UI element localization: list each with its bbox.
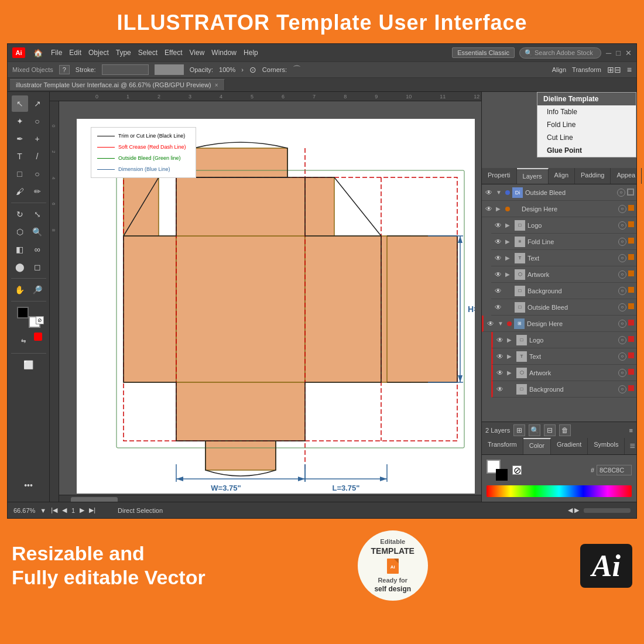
question-mark-1[interactable]: ? (59, 65, 70, 74)
rotate-tool[interactable]: ↻ (12, 206, 28, 222)
layer-design-here-2[interactable]: 👁 ▼ ⊞ Design Here ○ (482, 316, 636, 332)
lock-text-1[interactable]: ○ (618, 254, 626, 262)
target-fold-line[interactable] (628, 238, 634, 244)
target-background-2[interactable] (628, 385, 634, 391)
document-tab[interactable]: illustrator Template User Interface.ai @… (10, 79, 225, 90)
eye-fold-line[interactable]: 👁 (494, 237, 503, 246)
layer-fold-line[interactable]: 👁 ▶ ≡ Fold Line ○ (491, 234, 636, 250)
expand-text-2[interactable]: ▶ (507, 353, 514, 359)
fill-preview[interactable] (496, 469, 508, 481)
tab-gradient[interactable]: Gradient (551, 438, 588, 454)
tab-properties[interactable]: Properti (482, 168, 517, 184)
lock-artwork-1[interactable]: ○ (618, 270, 626, 279)
expand-dieline[interactable]: ▼ (496, 189, 503, 196)
expand-logo-2[interactable]: ▶ (507, 337, 514, 343)
eraser-tool[interactable]: ◻ (29, 259, 46, 275)
more-tools-btn[interactable]: ••• (20, 477, 37, 494)
hand-tool[interactable]: ✋ (12, 282, 28, 298)
hex-input[interactable] (597, 465, 632, 475)
menu-window[interactable]: Window (211, 49, 237, 57)
menu-select[interactable]: Select (138, 49, 157, 57)
rectangle-tool[interactable]: □ (12, 166, 28, 182)
eyedropper-tool[interactable]: 🔍 (29, 224, 46, 240)
zoom-tool[interactable]: 🔎 (29, 282, 46, 298)
target-artwork-2[interactable] (628, 369, 634, 375)
pen-tool[interactable]: ✒ (12, 131, 28, 147)
search-layers-btn[interactable]: 🔍 (529, 424, 540, 436)
pencil-tool[interactable]: ✏ (29, 183, 46, 200)
expand-logo-1[interactable]: ▶ (505, 222, 512, 228)
menu-object[interactable]: Object (88, 49, 109, 57)
prev-frame-btn[interactable]: ◀ (62, 506, 67, 514)
lock-outside-bleed[interactable]: ○ (618, 303, 626, 311)
layer-background-1[interactable]: 👁 □ Background ○ (491, 283, 636, 299)
menu-edit[interactable]: Edit (69, 49, 81, 57)
new-layer-btn[interactable]: ⊞ (513, 424, 525, 436)
eye-background-1[interactable]: 👁 (494, 286, 503, 296)
blend-tool[interactable]: ∞ (29, 241, 46, 258)
context-menu-fold-line[interactable]: Fold Line (537, 118, 636, 131)
context-menu-glue-point[interactable]: Glue Point (537, 144, 636, 157)
target-text-1[interactable] (628, 254, 634, 260)
eye-dieline[interactable]: 👁 (484, 188, 494, 197)
tab-layers[interactable]: Layers (517, 168, 549, 184)
tab-close-btn[interactable]: × (215, 82, 218, 88)
color-spectrum[interactable] (487, 485, 632, 497)
target-design-2[interactable] (628, 320, 634, 326)
transform-label[interactable]: Transform (572, 66, 601, 73)
add-anchor-tool[interactable]: + (29, 131, 46, 147)
panel-menu-btn[interactable]: ≡ (642, 168, 644, 184)
last-frame-btn[interactable]: ▶| (89, 506, 95, 514)
next-frame-btn[interactable]: ▶ (80, 506, 84, 514)
ellipse-tool[interactable]: ○ (29, 166, 46, 182)
panel-icons[interactable]: ⊞⊟ (607, 65, 621, 74)
lock-text-2[interactable]: ○ (618, 352, 626, 361)
direct-selection-tool[interactable]: ↗ (29, 95, 46, 112)
eye-design-here-1[interactable]: 👁 (484, 204, 494, 214)
layer-outside-bleed[interactable]: 👁 □ Outside Bleed ○ (491, 299, 636, 316)
menu-effect[interactable]: Effect (165, 49, 182, 57)
color-mode-btn[interactable] (34, 333, 42, 341)
stock-search[interactable]: 🔍 Search Adobe Stock (519, 47, 601, 59)
menu-file[interactable]: File (51, 49, 62, 57)
layer-background-2[interactable]: 👁 □ Background ○ (491, 381, 636, 398)
layer-text-1[interactable]: 👁 ▶ T Text ○ (491, 250, 636, 266)
eye-background-2[interactable]: 👁 (495, 385, 505, 394)
delete-layer-btn[interactable]: 🗑 (559, 424, 571, 436)
color-menu-btn[interactable]: ≡ (625, 438, 639, 454)
align-label[interactable]: Align (552, 66, 566, 73)
eye-outside-bleed[interactable]: 👁 (494, 303, 503, 312)
menu-type[interactable]: Type (116, 49, 131, 57)
lock-background-1[interactable]: ○ (618, 287, 626, 295)
stroke-input[interactable] (102, 64, 149, 75)
shaper-tool[interactable]: ⬡ (12, 224, 28, 240)
layer-logo-1[interactable]: 👁 ▶ □ Logo ○ (491, 217, 636, 234)
eye-text-1[interactable]: 👁 (494, 254, 503, 263)
lock-logo-1[interactable]: ○ (618, 221, 626, 229)
scale-tool[interactable]: ⤡ (29, 206, 46, 222)
gradient-tool[interactable]: ◧ (12, 241, 28, 258)
target-outside-bleed[interactable] (628, 303, 634, 309)
none-swatch[interactable]: ⊘ (36, 316, 44, 324)
lock-logo-2[interactable]: ○ (618, 336, 626, 344)
layer-dieline[interactable]: 👁 ▼ Di Outside Bleed ○ (482, 184, 636, 201)
target-logo-1[interactable] (628, 221, 634, 227)
none-swatch-icon[interactable]: ⊘ (512, 465, 522, 475)
horizontal-scrollbar[interactable] (59, 495, 481, 502)
stroke-swatch[interactable] (17, 307, 29, 318)
first-frame-btn[interactable]: |◀ (51, 506, 57, 514)
expand-fold-line[interactable]: ▶ (505, 238, 512, 245)
paintbrush-tool[interactable]: 🖌 (12, 183, 28, 200)
maximize-btn[interactable]: □ (616, 49, 621, 57)
tab-padding[interactable]: Padding (575, 168, 611, 184)
lock-design-1[interactable]: ○ (618, 205, 626, 213)
scroll-indicator[interactable] (584, 508, 631, 513)
artboard-tool[interactable]: ⬜ (20, 357, 37, 373)
eye-text-2[interactable]: 👁 (495, 352, 505, 361)
minimize-btn[interactable]: ─ (606, 49, 611, 57)
more-options[interactable]: ≡ (627, 65, 632, 74)
selection-tool[interactable]: ↖ (12, 95, 28, 112)
expand-design-here-2[interactable]: ▼ (498, 320, 505, 327)
panel-more[interactable]: ≡ (629, 427, 633, 434)
tab-align[interactable]: Align (549, 168, 575, 184)
